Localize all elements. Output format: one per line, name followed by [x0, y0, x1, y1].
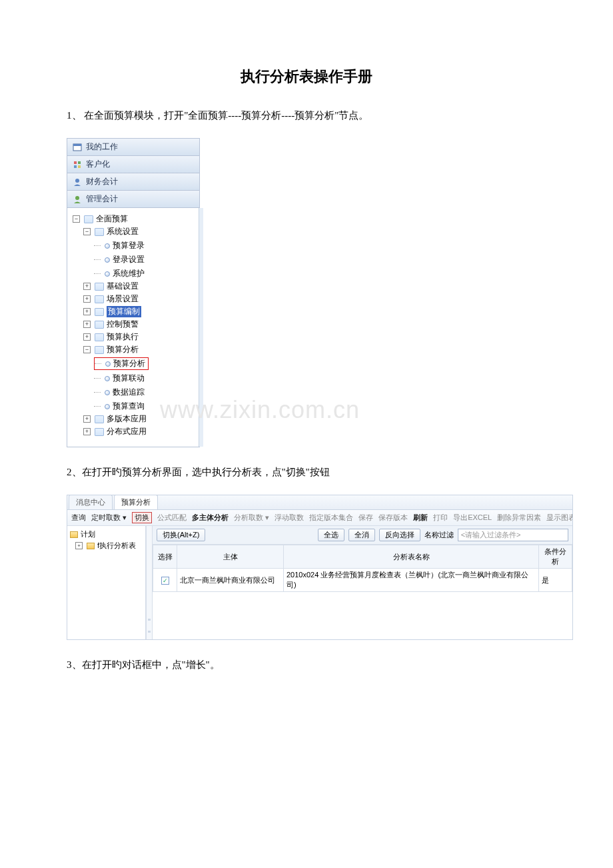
- leaf-icon: [105, 390, 110, 395]
- cell-subject: 北京一商兰枫叶商业有限公司: [177, 569, 284, 592]
- tabbar: 消息中心 预算分析: [67, 495, 572, 510]
- toolbar-save[interactable]: 保存: [358, 513, 373, 523]
- filter-input[interactable]: <请输入过滤条件>: [458, 529, 568, 541]
- tree-leaf[interactable]: 数据追踪: [94, 387, 145, 398]
- folder-icon: [87, 543, 95, 549]
- toolbar-delete-abnormal[interactable]: 删除异常因素: [497, 513, 541, 523]
- select-all-button[interactable]: 全选: [318, 529, 344, 541]
- tree-leaf[interactable]: 登录设置: [94, 254, 145, 265]
- col-condition[interactable]: 条件分析: [539, 545, 572, 569]
- toolbar: 查询 定时取数 ▾ 切换 公式匹配 多主体分析 分析取数 ▾ 浮动取数 指定版本…: [67, 510, 572, 526]
- expand-icon[interactable]: +: [83, 308, 91, 315]
- tree-label: 全面预算: [96, 213, 128, 225]
- toolbar-float[interactable]: 浮动取数: [275, 513, 304, 523]
- panel-header-client[interactable]: 客户化: [67, 156, 199, 173]
- switch-button[interactable]: 切换(Alt+Z): [157, 529, 205, 541]
- toolbar-excel[interactable]: 导出EXCEL: [453, 513, 492, 523]
- tree-label: 预算编制: [107, 306, 141, 317]
- tree-node-system[interactable]: − 系统设置: [83, 226, 139, 237]
- folder-icon: [95, 295, 104, 303]
- tab-analysis[interactable]: 预算分析: [114, 495, 158, 509]
- tree-leaf-selected[interactable]: 预算分析: [94, 357, 149, 370]
- tree-leaf[interactable]: 预算联动: [94, 373, 145, 384]
- cell-condition: 是: [539, 569, 572, 592]
- expand-icon[interactable]: +: [83, 295, 91, 303]
- svg-rect-1: [73, 144, 81, 146]
- tree-label: 系统维护: [113, 268, 145, 279]
- toolbar-timed[interactable]: 定时取数 ▾: [91, 513, 127, 523]
- collapse-icon[interactable]: −: [73, 215, 80, 223]
- expand-icon[interactable]: +: [75, 542, 83, 549]
- tree-label: 预算联动: [113, 373, 145, 384]
- row-checkbox[interactable]: ✓: [161, 577, 169, 585]
- tree-node[interactable]: +场景设置: [83, 293, 139, 305]
- tree-leaf[interactable]: 系统维护: [94, 268, 145, 279]
- toolbar-multibody[interactable]: 多主体分析: [192, 513, 229, 523]
- side-root[interactable]: 计划: [69, 529, 144, 540]
- col-subject[interactable]: 主体: [177, 545, 284, 569]
- toolbar-show-chart[interactable]: 显示图表: [546, 513, 572, 523]
- user-blue-icon: [73, 177, 82, 187]
- toolbar-formula[interactable]: 公式匹配: [157, 513, 187, 523]
- folder-icon: [70, 531, 78, 538]
- collapse-icon[interactable]: −: [83, 228, 91, 235]
- svg-rect-3: [78, 161, 81, 164]
- svg-rect-4: [74, 165, 77, 168]
- side-label: 计划: [81, 529, 95, 539]
- tree-node-highlight[interactable]: +预算编制: [83, 306, 141, 317]
- toolbar-refresh[interactable]: 刷新: [413, 513, 428, 523]
- toolbar-print[interactable]: 打印: [433, 513, 448, 523]
- panel-header-mywork[interactable]: 我的工作: [67, 139, 199, 156]
- leaf-icon: [105, 376, 110, 381]
- toolbar-switch[interactable]: 切换: [132, 512, 152, 523]
- navigation-tree-panel: 我的工作 客户化 财务会计 管理会计 −: [67, 138, 200, 447]
- tree-label: 预算分析: [107, 344, 139, 355]
- folder-icon: [95, 308, 104, 316]
- tree-leaf[interactable]: 预算登录: [94, 240, 145, 251]
- leaf-icon: [105, 243, 110, 249]
- vertical-resizer[interactable]: [146, 526, 153, 639]
- toolbar-take[interactable]: 分析取数 ▾: [234, 513, 269, 523]
- folder-icon: [95, 283, 104, 291]
- leaf-icon: [105, 257, 110, 263]
- para-step1: 1、 在全面预算模块，打开"全面预算----预算分析----预算分析"节点。: [67, 107, 546, 125]
- tab-message[interactable]: 消息中心: [69, 495, 113, 509]
- col-select[interactable]: 选择: [153, 545, 177, 569]
- panel-header-manage[interactable]: 管理会计: [67, 191, 199, 208]
- svg-point-7: [75, 196, 79, 200]
- tree-label: 预算分析: [113, 358, 145, 369]
- tree-label: 多版本应用: [107, 413, 147, 425]
- tree-node[interactable]: +分布式应用: [83, 426, 147, 437]
- toolbar-version[interactable]: 指定版本集合: [309, 513, 353, 523]
- side-label: f执行分析表: [97, 541, 136, 551]
- deselect-all-button[interactable]: 全消: [348, 529, 375, 541]
- tree-label: 场景设置: [107, 293, 139, 305]
- table-row[interactable]: ✓ 北京一商兰枫叶商业有限公司 2010x024 业务经营预算月度检查表（兰枫叶…: [153, 569, 572, 592]
- invert-button[interactable]: 反向选择: [379, 529, 420, 541]
- expand-icon[interactable]: +: [83, 428, 91, 435]
- toolbar-query[interactable]: 查询: [71, 513, 86, 523]
- expand-icon[interactable]: +: [83, 415, 91, 423]
- tree-node[interactable]: +多版本应用: [83, 413, 147, 425]
- tree-label: 分布式应用: [107, 426, 147, 437]
- panel-header-finance[interactable]: 财务会计: [67, 173, 199, 191]
- tree-node[interactable]: +预算执行: [83, 331, 139, 343]
- tree-node-analysis[interactable]: − 预算分析: [83, 344, 139, 355]
- tree-leaf[interactable]: 预算查询: [94, 401, 145, 412]
- window-icon: [73, 143, 82, 152]
- tree-node[interactable]: +基础设置: [83, 281, 139, 292]
- plan-sidebar: 计划 + f执行分析表: [67, 526, 146, 639]
- toolbar-savever[interactable]: 保存版本: [378, 513, 408, 523]
- tree-node[interactable]: +控制预警: [83, 319, 139, 330]
- folder-icon: [95, 415, 104, 423]
- expand-icon[interactable]: +: [83, 321, 91, 328]
- tree-label: 控制预警: [107, 319, 139, 330]
- expand-icon[interactable]: +: [83, 283, 91, 290]
- svg-rect-2: [74, 161, 77, 164]
- col-name[interactable]: 分析表名称: [284, 545, 539, 569]
- tree-node-root[interactable]: − 全面预算: [73, 213, 128, 225]
- collapse-icon[interactable]: −: [83, 346, 91, 353]
- side-child[interactable]: + f执行分析表: [69, 540, 144, 551]
- tree-label: 系统设置: [107, 226, 139, 237]
- expand-icon[interactable]: +: [83, 333, 91, 341]
